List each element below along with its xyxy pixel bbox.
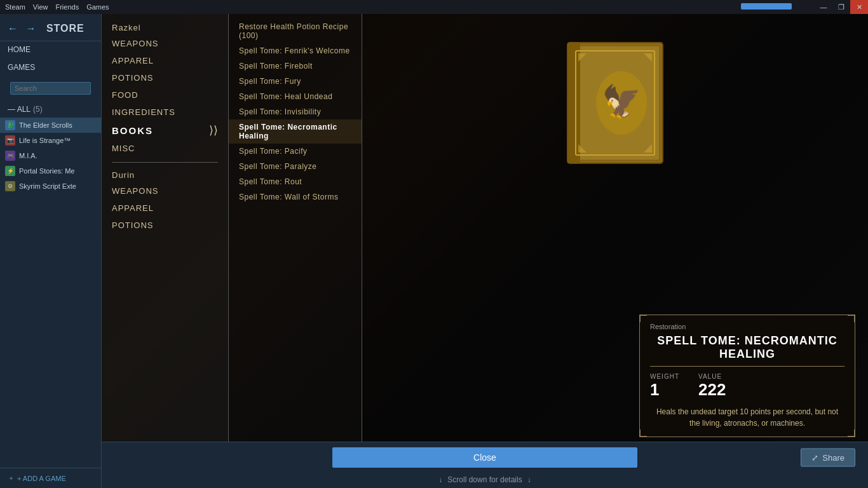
inv-books-arrow[interactable]: ⟩⟩: [209, 123, 218, 137]
restore-button[interactable]: ❐: [832, 0, 850, 14]
game-area: Razkel WEAPONS APPAREL POTIONS FOOD INGR…: [102, 14, 868, 488]
add-game-button[interactable]: ＋ + ADD A GAME: [0, 468, 101, 488]
sidebar-game-item-0[interactable]: 🐉 The Elder Scrolls: [0, 118, 101, 133]
tooltip-weight: WEIGHT 1: [650, 373, 679, 400]
steam-menu-view[interactable]: View: [33, 3, 48, 11]
game-list: 🐉 The Elder Scrolls 📷 Life is Strange™ 🎮…: [0, 118, 101, 194]
sidebar-game-item-1[interactable]: 📷 Life is Strange™: [0, 133, 101, 148]
item-9[interactable]: Spell Tome: Rout: [229, 174, 362, 189]
item-10[interactable]: Spell Tome: Wall of Storms: [229, 189, 362, 205]
item-4[interactable]: Spell Tome: Heal Undead: [229, 89, 362, 104]
scroll-arrow-right: ↓: [527, 475, 531, 484]
all-games-header[interactable]: — ALL (5): [0, 101, 101, 118]
inv-divider: [112, 162, 218, 163]
sidebar-nav: ← → STORE: [0, 14, 101, 41]
book-image: 🦅: [564, 39, 666, 166]
item-3[interactable]: Spell Tome: Fury: [229, 74, 362, 89]
game-icon-0: 🐉: [5, 120, 15, 130]
steam-menu-steam[interactable]: Steam: [5, 3, 25, 11]
close-window-button[interactable]: ✕: [850, 0, 868, 14]
item-preview-panel: 🦅 Restoration SPELL TOME: NECRO: [362, 14, 868, 488]
tooltip-name: SPELL TOME: NECROMANTIC HEALING: [650, 334, 844, 367]
weight-label: WEIGHT: [650, 373, 679, 380]
steam-menu-games[interactable]: Games: [86, 3, 109, 11]
sidebar-game-item-4[interactable]: ⚙ Skyrim Script Exte: [0, 179, 101, 194]
tooltip-corner-br: [848, 430, 855, 437]
sidebar: ← → STORE HOME GAMES — ALL (5) 🐉 The Eld…: [0, 14, 102, 488]
inv-weapons-2[interactable]: WEAPONS: [102, 182, 228, 200]
inventory-panel: Razkel WEAPONS APPAREL POTIONS FOOD INGR…: [102, 14, 229, 488]
share-icon: ⤢: [811, 453, 818, 463]
close-button[interactable]: Close: [332, 447, 637, 468]
steam-overlay-bottom: Close ⤢ Share ↓ Scroll down for details …: [102, 442, 868, 488]
sidebar-item-games[interactable]: GAMES: [0, 59, 101, 76]
item-0[interactable]: Restore Health Potion Recipe (100): [229, 19, 362, 43]
svg-text:🦅: 🦅: [602, 83, 642, 121]
game-name-0: The Elder Scrolls: [19, 121, 72, 129]
inv-potions-2[interactable]: POTIONS: [102, 217, 228, 234]
tooltip-corner-tl: [639, 315, 647, 322]
sidebar-item-home[interactable]: HOME: [0, 41, 101, 58]
character-name-durin: Durin: [102, 168, 228, 182]
game-name-3: Portal Stories: Me: [19, 167, 74, 175]
skyrim-overlay: Razkel WEAPONS APPAREL POTIONS FOOD INGR…: [102, 14, 868, 488]
item-2[interactable]: Spell Tome: Firebolt: [229, 58, 362, 74]
item-7[interactable]: Spell Tome: Pacify: [229, 144, 362, 159]
inv-food[interactable]: FOOD: [102, 86, 228, 104]
scroll-arrow-left: ↓: [438, 475, 442, 484]
item-6[interactable]: Spell Tome: Necromantic Healing: [229, 119, 362, 144]
inv-misc[interactable]: MISC: [102, 140, 228, 157]
forward-icon[interactable]: →: [25, 23, 36, 34]
game-icon-3: ⚡: [5, 166, 15, 176]
item-tooltip: Restoration SPELL TOME: NECROMANTIC HEAL…: [639, 315, 855, 437]
item-1[interactable]: Spell Tome: Fenrik's Welcome: [229, 43, 362, 58]
item-5[interactable]: Spell Tome: Invisibility: [229, 104, 362, 119]
weight-value: 1: [650, 380, 659, 400]
tooltip-description: Heals the undead target 10 points per se…: [650, 406, 844, 429]
value-value: 222: [698, 380, 726, 400]
store-label: STORE: [46, 23, 85, 34]
tooltip-value: VALUE 222: [698, 373, 726, 400]
steam-topbar: Steam View Friends Games — ❐ ✕: [0, 0, 868, 14]
tooltip-school: Restoration: [650, 323, 844, 330]
minimize-button[interactable]: —: [815, 0, 832, 14]
item-8[interactable]: Spell Tome: Paralyze: [229, 159, 362, 174]
inv-apparel[interactable]: APPAREL: [102, 52, 228, 69]
game-icon-4: ⚙: [5, 181, 15, 191]
item-list: Restore Health Potion Recipe (100)Spell …: [229, 19, 362, 205]
back-icon[interactable]: ←: [8, 23, 18, 34]
tooltip-corner-tr: [848, 315, 855, 322]
item-list-panel: Restore Health Potion Recipe (100)Spell …: [229, 14, 362, 488]
search-input[interactable]: [10, 82, 91, 95]
steam-menu-friends[interactable]: Friends: [55, 3, 79, 11]
progress-bar: [741, 3, 792, 10]
main-layout: ← → STORE HOME GAMES — ALL (5) 🐉 The Eld…: [0, 14, 868, 488]
window-controls: — ❐ ✕: [815, 0, 868, 14]
tooltip-stats: WEIGHT 1 VALUE 222: [650, 373, 844, 400]
character-name-razkel: Razkel: [102, 20, 228, 35]
inv-potions[interactable]: POTIONS: [102, 69, 228, 86]
steam-menu: Steam View Friends Games: [5, 3, 109, 11]
tooltip-corner-bl: [639, 430, 647, 437]
inv-apparel-2[interactable]: APPAREL: [102, 200, 228, 217]
scroll-hint-text: Scroll down for details: [447, 475, 522, 484]
game-icon-2: 🎮: [5, 151, 15, 161]
inv-books[interactable]: BOOKS: [112, 125, 153, 136]
sidebar-game-item-2[interactable]: 🎮 M.I.A.: [0, 148, 101, 163]
share-label: Share: [822, 453, 844, 463]
sidebar-game-item-3[interactable]: ⚡ Portal Stories: Me: [0, 163, 101, 179]
close-btn-row: Close ⤢ Share: [102, 442, 868, 473]
game-name-2: M.I.A.: [19, 152, 37, 159]
share-button[interactable]: ⤢ Share: [801, 449, 855, 467]
inv-books-row: BOOKS ⟩⟩: [102, 121, 228, 140]
inv-ingredients[interactable]: INGREDIENTS: [102, 104, 228, 121]
game-name-4: Skyrim Script Exte: [19, 182, 76, 190]
game-name-1: Life is Strange™: [19, 137, 71, 144]
inv-weapons[interactable]: WEAPONS: [102, 35, 228, 52]
value-label: VALUE: [698, 373, 722, 380]
game-icon-1: 📷: [5, 135, 15, 146]
scroll-hint: ↓ Scroll down for details ↓: [102, 473, 868, 488]
